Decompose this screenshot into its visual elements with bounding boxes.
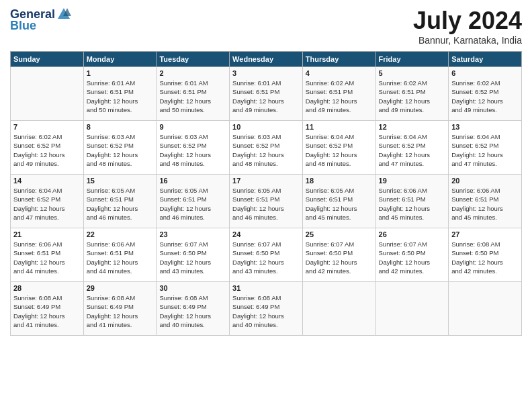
calendar-cell: 19Sunrise: 6:06 AMSunset: 6:51 PMDayligh… <box>375 175 449 228</box>
calendar-cell: 12Sunrise: 6:04 AMSunset: 6:52 PMDayligh… <box>375 121 449 175</box>
day-info: Sunrise: 6:04 AMSunset: 6:52 PMDaylight:… <box>306 132 373 168</box>
day-info: Sunrise: 6:05 AMSunset: 6:51 PMDaylight:… <box>306 186 373 222</box>
week-row-2: 7Sunrise: 6:02 AMSunset: 6:52 PMDaylight… <box>11 121 522 175</box>
day-info: Sunrise: 6:05 AMSunset: 6:51 PMDaylight:… <box>87 186 154 222</box>
day-info: Sunrise: 6:04 AMSunset: 6:52 PMDaylight:… <box>13 186 81 222</box>
day-info: Sunrise: 6:07 AMSunset: 6:50 PMDaylight:… <box>379 240 446 275</box>
day-info: Sunrise: 6:01 AMSunset: 6:51 PMDaylight:… <box>87 79 154 114</box>
day-info: Sunrise: 6:04 AMSunset: 6:52 PMDaylight:… <box>451 132 519 168</box>
day-number: 12 <box>379 123 446 131</box>
calendar-cell: 2Sunrise: 6:01 AMSunset: 6:51 PMDaylight… <box>157 67 230 121</box>
calendar-cell: 10Sunrise: 6:03 AMSunset: 6:52 PMDayligh… <box>230 121 303 175</box>
day-number: 15 <box>87 177 154 185</box>
day-number: 20 <box>451 177 519 185</box>
weekday-header-friday: Friday <box>375 52 449 67</box>
day-info: Sunrise: 6:06 AMSunset: 6:51 PMDaylight:… <box>451 186 519 222</box>
day-info: Sunrise: 6:07 AMSunset: 6:50 PMDaylight:… <box>232 240 300 275</box>
day-number: 17 <box>232 177 300 185</box>
day-number: 7 <box>13 123 81 131</box>
calendar-table: SundayMondayTuesdayWednesdayThursdayFrid… <box>10 51 522 336</box>
day-info: Sunrise: 6:08 AMSunset: 6:49 PMDaylight:… <box>13 293 81 329</box>
day-number: 22 <box>87 230 154 238</box>
calendar-cell: 3Sunrise: 6:01 AMSunset: 6:51 PMDaylight… <box>230 67 303 121</box>
day-info: Sunrise: 6:05 AMSunset: 6:51 PMDaylight:… <box>232 186 300 222</box>
calendar-cell: 26Sunrise: 6:07 AMSunset: 6:50 PMDayligh… <box>375 228 449 282</box>
day-number: 30 <box>159 284 226 292</box>
day-number: 28 <box>13 284 81 292</box>
day-info: Sunrise: 6:02 AMSunset: 6:52 PMDaylight:… <box>451 79 519 114</box>
day-info: Sunrise: 6:08 AMSunset: 6:49 PMDaylight:… <box>159 293 226 329</box>
logo: General Blue <box>10 7 71 33</box>
day-number: 24 <box>232 230 300 238</box>
day-info: Sunrise: 6:01 AMSunset: 6:51 PMDaylight:… <box>159 79 226 114</box>
calendar-cell: 13Sunrise: 6:04 AMSunset: 6:52 PMDayligh… <box>449 121 522 175</box>
calendar-cell: 8Sunrise: 6:03 AMSunset: 6:52 PMDaylight… <box>83 121 157 175</box>
location: Bannur, Karnataka, India <box>413 35 522 46</box>
day-info: Sunrise: 6:01 AMSunset: 6:51 PMDaylight:… <box>232 79 300 114</box>
day-number: 25 <box>306 230 373 238</box>
day-info: Sunrise: 6:07 AMSunset: 6:50 PMDaylight:… <box>159 240 226 275</box>
page-header: General Blue July 2024 Bannur, Karnataka… <box>10 7 522 46</box>
weekday-header-saturday: Saturday <box>449 52 522 67</box>
day-number: 31 <box>232 284 300 292</box>
calendar-cell: 4Sunrise: 6:02 AMSunset: 6:51 PMDaylight… <box>302 67 375 121</box>
calendar-cell: 20Sunrise: 6:06 AMSunset: 6:51 PMDayligh… <box>449 175 522 228</box>
weekday-header-tuesday: Tuesday <box>157 52 230 67</box>
day-number: 18 <box>306 177 373 185</box>
calendar-cell: 23Sunrise: 6:07 AMSunset: 6:50 PMDayligh… <box>157 228 230 282</box>
day-number: 27 <box>451 230 519 238</box>
calendar-cell: 15Sunrise: 6:05 AMSunset: 6:51 PMDayligh… <box>83 175 157 228</box>
day-number: 13 <box>451 123 519 131</box>
calendar-cell: 29Sunrise: 6:08 AMSunset: 6:49 PMDayligh… <box>83 282 157 336</box>
week-row-4: 21Sunrise: 6:06 AMSunset: 6:51 PMDayligh… <box>11 228 522 282</box>
day-info: Sunrise: 6:08 AMSunset: 6:49 PMDaylight:… <box>87 293 154 329</box>
calendar-cell: 24Sunrise: 6:07 AMSunset: 6:50 PMDayligh… <box>230 228 303 282</box>
day-number: 19 <box>379 177 446 185</box>
day-number: 26 <box>379 230 446 238</box>
day-info: Sunrise: 6:03 AMSunset: 6:52 PMDaylight:… <box>232 132 300 168</box>
week-row-1: 1Sunrise: 6:01 AMSunset: 6:51 PMDaylight… <box>11 67 522 121</box>
calendar-cell: 6Sunrise: 6:02 AMSunset: 6:52 PMDaylight… <box>449 67 522 121</box>
calendar-cell: 16Sunrise: 6:05 AMSunset: 6:51 PMDayligh… <box>157 175 230 228</box>
day-number: 21 <box>13 230 81 238</box>
day-number: 9 <box>159 123 226 131</box>
weekday-header-row: SundayMondayTuesdayWednesdayThursdayFrid… <box>11 52 522 67</box>
calendar-cell <box>302 282 375 336</box>
day-info: Sunrise: 6:02 AMSunset: 6:51 PMDaylight:… <box>306 79 373 114</box>
day-number: 29 <box>87 284 154 292</box>
day-info: Sunrise: 6:07 AMSunset: 6:50 PMDaylight:… <box>306 240 373 275</box>
calendar-cell: 1Sunrise: 6:01 AMSunset: 6:51 PMDaylight… <box>83 67 157 121</box>
calendar-cell: 17Sunrise: 6:05 AMSunset: 6:51 PMDayligh… <box>230 175 303 228</box>
day-number: 16 <box>159 177 226 185</box>
day-info: Sunrise: 6:08 AMSunset: 6:50 PMDaylight:… <box>451 240 519 275</box>
day-info: Sunrise: 6:03 AMSunset: 6:52 PMDaylight:… <box>159 132 226 168</box>
calendar-cell: 14Sunrise: 6:04 AMSunset: 6:52 PMDayligh… <box>11 175 84 228</box>
calendar-cell: 11Sunrise: 6:04 AMSunset: 6:52 PMDayligh… <box>302 121 375 175</box>
day-number: 14 <box>13 177 81 185</box>
day-number: 11 <box>306 123 373 131</box>
calendar-cell: 27Sunrise: 6:08 AMSunset: 6:50 PMDayligh… <box>449 228 522 282</box>
day-number: 1 <box>87 69 154 77</box>
day-info: Sunrise: 6:08 AMSunset: 6:49 PMDaylight:… <box>232 293 300 329</box>
day-number: 3 <box>232 69 300 77</box>
calendar-cell: 5Sunrise: 6:02 AMSunset: 6:51 PMDaylight… <box>375 67 449 121</box>
calendar-cell <box>11 67 84 121</box>
calendar-cell <box>449 282 522 336</box>
day-number: 5 <box>379 69 446 77</box>
day-number: 8 <box>87 123 154 131</box>
calendar-cell: 21Sunrise: 6:06 AMSunset: 6:51 PMDayligh… <box>11 228 84 282</box>
day-number: 10 <box>232 123 300 131</box>
day-number: 4 <box>306 69 373 77</box>
calendar-cell <box>375 282 449 336</box>
day-info: Sunrise: 6:04 AMSunset: 6:52 PMDaylight:… <box>379 132 446 168</box>
calendar-cell: 7Sunrise: 6:02 AMSunset: 6:52 PMDaylight… <box>11 121 84 175</box>
calendar-cell: 18Sunrise: 6:05 AMSunset: 6:51 PMDayligh… <box>302 175 375 228</box>
day-info: Sunrise: 6:05 AMSunset: 6:51 PMDaylight:… <box>159 186 226 222</box>
calendar-cell: 30Sunrise: 6:08 AMSunset: 6:49 PMDayligh… <box>157 282 230 336</box>
title-block: July 2024 Bannur, Karnataka, India <box>413 7 522 46</box>
day-info: Sunrise: 6:02 AMSunset: 6:51 PMDaylight:… <box>379 79 446 114</box>
calendar-cell: 28Sunrise: 6:08 AMSunset: 6:49 PMDayligh… <box>11 282 84 336</box>
day-info: Sunrise: 6:06 AMSunset: 6:51 PMDaylight:… <box>379 186 446 222</box>
day-number: 6 <box>451 69 519 77</box>
day-info: Sunrise: 6:06 AMSunset: 6:51 PMDaylight:… <box>13 240 81 275</box>
